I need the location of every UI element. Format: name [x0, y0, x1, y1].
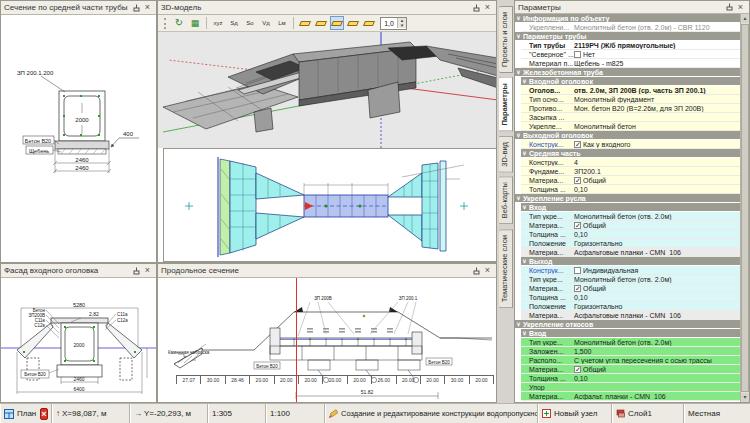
param-row[interactable]: ∨ Входной оголовок: [521, 77, 740, 86]
param-row[interactable]: Толщина ... 0,10: [521, 230, 740, 239]
pin-icon[interactable]: [131, 265, 142, 276]
param-row[interactable]: Упор: [521, 383, 740, 392]
scrollbar-thumb[interactable]: [741, 24, 749, 392]
param-value-cell[interactable]: 0,10: [574, 185, 740, 194]
scale-indicator-1[interactable]: 1:305: [208, 404, 266, 423]
param-row[interactable]: "Северное" ... Нет: [521, 50, 740, 59]
param-value-cell[interactable]: Щебень - m825: [574, 59, 740, 68]
param-value-cell[interactable]: Мон. бетон В20 (В=2.26м, для ЗП 200В): [574, 104, 740, 113]
param-value-cell[interactable]: ЗП200.1: [574, 167, 740, 176]
3d-viewport[interactable]: [158, 32, 496, 148]
param-row[interactable]: Располо... С учетом угла пересечения с о…: [521, 356, 740, 365]
param-row[interactable]: Материа... Общий: [521, 221, 740, 230]
section-chevron-icon[interactable]: ∨: [521, 203, 528, 212]
measure-tool-button[interactable]: Sо: [243, 16, 257, 30]
pin-icon[interactable]: [131, 2, 142, 13]
param-value-cell[interactable]: Общий: [574, 221, 740, 230]
section-chevron-icon[interactable]: ∨: [515, 194, 522, 203]
param-row[interactable]: Фундаме... ЗП200.1: [521, 167, 740, 176]
param-value-cell[interactable]: Нет: [574, 50, 740, 59]
refresh-3d-button[interactable]: ↻: [172, 16, 186, 30]
param-row[interactable]: ∨ Параметры трубы: [515, 32, 740, 41]
param-row[interactable]: ∨ Железобетонная труба: [515, 68, 740, 77]
param-value-cell[interactable]: Общий: [574, 284, 740, 293]
param-row[interactable]: ∨ Выходной оголовок: [515, 131, 740, 140]
checkbox-icon[interactable]: [574, 177, 581, 184]
toolbar-grip[interactable]: [164, 18, 167, 29]
param-value-cell[interactable]: отв. 2.0м, ЗП 200В (ср. часть ЗП 200.1): [574, 86, 740, 95]
param-row[interactable]: Укрепле... Монолитный бетон: [521, 122, 740, 131]
current-node-cell[interactable]: Новый узел: [538, 404, 612, 423]
close-icon[interactable]: ×: [482, 265, 493, 276]
param-row[interactable]: Тип осно... Монолитный фундамент: [521, 95, 740, 104]
param-row[interactable]: Укреплени... Монолитный бетон (отв. 2.0м…: [521, 23, 740, 32]
close-icon[interactable]: ×: [142, 2, 153, 13]
section-chevron-icon[interactable]: ∨: [515, 14, 522, 23]
current-layer-cell[interactable]: Слой1: [612, 404, 684, 423]
measure-tool-button[interactable]: xyz: [211, 16, 225, 30]
view-tab-plan[interactable]: План ×: [0, 404, 52, 423]
param-value-cell[interactable]: 0,10: [574, 374, 740, 383]
param-value-cell[interactable]: 1,500: [574, 347, 740, 356]
param-value-cell[interactable]: 2119РЧ (Ж/б прямоугольные): [574, 41, 740, 50]
scale-indicator-2[interactable]: 1:100: [266, 404, 325, 423]
coordinate-system-cell[interactable]: Местная: [684, 404, 750, 423]
close-view-icon[interactable]: ×: [40, 408, 47, 420]
section-chevron-icon[interactable]: ∨: [515, 68, 522, 77]
measure-tool-button[interactable]: Sд: [227, 16, 241, 30]
param-value-cell[interactable]: Индивидуальная: [574, 266, 740, 275]
param-row[interactable]: Конструк... Индивидуальная: [521, 266, 740, 275]
param-row[interactable]: Положение Горизонтально: [521, 239, 740, 248]
display-mode-button[interactable]: [362, 16, 376, 30]
param-row[interactable]: Материа... Асфальтовые планки - CMN_106: [521, 248, 740, 257]
param-row[interactable]: Материа... Общий: [521, 284, 740, 293]
close-icon[interactable]: ×: [735, 2, 746, 13]
side-tab[interactable]: Веб-карты: [499, 176, 513, 224]
section-chevron-icon[interactable]: ∨: [521, 77, 528, 86]
close-icon[interactable]: ×: [142, 265, 153, 276]
checkbox-icon[interactable]: [574, 267, 581, 274]
side-tab[interactable]: Проекты и слои: [499, 6, 513, 73]
section-chevron-icon[interactable]: ∨: [521, 149, 528, 158]
plan-viewport[interactable]: [163, 148, 497, 262]
section-chevron-icon[interactable]: ∨: [515, 32, 522, 41]
scroll-up-icon[interactable]: ▴: [741, 14, 749, 23]
display-mode-button[interactable]: [346, 16, 360, 30]
param-value-cell[interactable]: Асфальтовые планки - CMN_106: [574, 248, 740, 257]
parameters-scrollbar[interactable]: ▴ ▾: [740, 14, 749, 402]
checkbox-icon[interactable]: [574, 222, 581, 229]
param-row[interactable]: Тип укре... Монолитный бетон (отв. 2.0м): [521, 338, 740, 347]
param-value-cell[interactable]: 0,10: [574, 230, 740, 239]
param-row[interactable]: ∨ Информация по объекту: [515, 14, 740, 23]
spinner-down-icon[interactable]: ▾: [398, 23, 406, 28]
param-row[interactable]: ∨ Укрепление русла: [515, 194, 740, 203]
scroll-down-icon[interactable]: ▾: [741, 393, 749, 402]
checkbox-icon[interactable]: [574, 141, 581, 148]
param-row[interactable]: Засыпка ...: [521, 113, 740, 122]
param-value-cell[interactable]: 0,10: [574, 293, 740, 302]
side-tab[interactable]: 3D-вид: [499, 136, 513, 173]
param-value-cell[interactable]: Асфальт. планки - CMN_106: [574, 392, 740, 401]
side-tab[interactable]: Тематические слои: [499, 229, 513, 308]
param-value-cell[interactable]: Асфальтовые планки - CMN_106: [574, 311, 740, 320]
display-mode-button[interactable]: [314, 16, 328, 30]
param-row[interactable]: ∨ Вход: [521, 203, 740, 212]
close-icon[interactable]: ×: [482, 2, 493, 13]
param-row[interactable]: Материа... Асфальт. планки - CMN_106: [521, 392, 740, 401]
param-row[interactable]: Положение Горизонтально: [521, 302, 740, 311]
param-row[interactable]: ∨ Выход: [521, 257, 740, 266]
param-row[interactable]: Тип укре... Монолитный бетон (отв. 2.0м): [521, 275, 740, 284]
param-row[interactable]: Оголов... отв. 2.0м, ЗП 200В (ср. часть …: [521, 86, 740, 95]
param-row[interactable]: Конструк... Как у входного: [521, 140, 740, 149]
checkbox-icon[interactable]: [574, 285, 581, 292]
param-row[interactable]: Тип трубы 2119РЧ (Ж/б прямоугольные): [521, 41, 740, 50]
section-chevron-icon[interactable]: ∨: [515, 131, 522, 140]
checkbox-icon[interactable]: [574, 51, 581, 58]
param-row[interactable]: ∨ Средняя часть: [521, 149, 740, 158]
param-row[interactable]: Толщина ... 0,10: [521, 185, 740, 194]
section-chevron-icon[interactable]: ∨: [521, 257, 528, 266]
param-value-cell[interactable]: Горизонтально: [574, 239, 740, 248]
measure-tool-button[interactable]: Vд: [259, 16, 273, 30]
param-row[interactable]: Конструк... 4: [521, 158, 740, 167]
param-row[interactable]: ∨ Вход: [521, 329, 740, 338]
